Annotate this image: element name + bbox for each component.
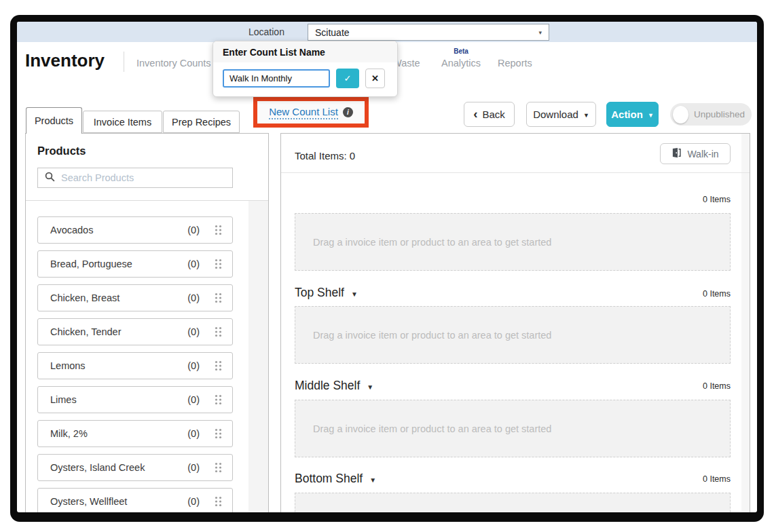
new-count-list-link[interactable]: New Count List <box>269 106 338 119</box>
product-item[interactable]: Oysters, Island Creek (0) <box>37 454 233 481</box>
product-count: (0) <box>187 225 200 235</box>
drop-zone-bottom-shelf[interactable]: Drag a invoice item or product to an are… <box>295 493 731 512</box>
drop-hint-text: Drag a invoice item or product to an are… <box>313 330 551 341</box>
drag-handle-icon[interactable] <box>215 462 222 473</box>
product-count: (0) <box>187 462 200 473</box>
section-name: Middle Shelf <box>295 379 360 393</box>
app-screen: Location Scituate ▾ Inventory Inventory … <box>17 22 757 512</box>
info-icon[interactable]: i <box>343 107 353 117</box>
product-item[interactable]: Oysters, Wellfleet (0) <box>37 488 233 512</box>
drag-handle-icon[interactable] <box>215 225 222 235</box>
product-name: Lemons <box>50 360 172 371</box>
nav-item-analytics[interactable]: Beta Analytics <box>441 58 481 69</box>
publish-toggle-label: Unpublished <box>694 109 745 119</box>
drag-handle-icon[interactable] <box>215 292 222 303</box>
annotation-highlight-box: New Count List i <box>253 97 369 128</box>
window-frame: Location Scituate ▾ Inventory Inventory … <box>10 15 764 522</box>
popup-title: Enter Count List Name <box>213 41 397 62</box>
product-count: (0) <box>187 394 200 405</box>
product-count: (0) <box>187 360 200 371</box>
count-list-name-popup: Enter Count List Name ✓ ✕ <box>213 41 398 97</box>
check-icon: ✓ <box>344 73 352 83</box>
product-count: (0) <box>187 428 200 439</box>
product-name: Chicken, Tender <box>50 326 172 337</box>
drop-zone-default[interactable]: Drag a invoice item or product to an are… <box>295 213 731 271</box>
left-panel-scrollbar[interactable] <box>248 201 268 512</box>
default-section-count: 0 Items <box>703 195 731 204</box>
search-icon <box>45 172 55 185</box>
publish-toggle[interactable]: Unpublished <box>670 103 752 126</box>
search-input[interactable] <box>61 172 225 183</box>
product-name: Bread, Portuguese <box>50 259 172 269</box>
product-name: Milk, 2% <box>50 428 172 439</box>
drop-hint-text: Drag a invoice item or product to an are… <box>313 237 551 248</box>
right-panel-scrollbar[interactable] <box>741 134 750 512</box>
drag-handle-icon[interactable] <box>215 360 222 371</box>
tab-invoice-items[interactable]: Invoice Items <box>83 111 162 133</box>
drag-handle-icon[interactable] <box>215 496 222 507</box>
back-button[interactable]: ‹ Back <box>464 102 515 127</box>
section-header-middle-shelf[interactable]: Middle Shelf ▼ <box>295 379 373 393</box>
location-label: Location <box>248 26 284 37</box>
section-header-bottom-shelf[interactable]: Bottom Shelf ▼ <box>295 472 376 486</box>
product-item[interactable]: Lemons (0) <box>37 352 233 379</box>
action-button[interactable]: Action ▼ <box>606 102 659 127</box>
confirm-button[interactable]: ✓ <box>336 69 359 88</box>
panel-divider <box>26 200 268 201</box>
cancel-button[interactable]: ✕ <box>365 69 385 88</box>
beta-badge: Beta <box>454 48 468 55</box>
product-item[interactable]: Milk, 2% (0) <box>37 420 233 447</box>
drop-zone-top-shelf[interactable]: Drag a invoice item or product to an are… <box>295 306 731 364</box>
tab-prep-recipes[interactable]: Prep Recipes <box>163 111 240 133</box>
popup-body: ✓ ✕ <box>213 62 397 96</box>
product-item[interactable]: Bread, Portuguese (0) <box>37 250 233 278</box>
chevron-left-icon: ‹ <box>473 107 477 120</box>
product-item[interactable]: Avocados (0) <box>37 216 233 244</box>
product-count: (0) <box>187 326 200 337</box>
section-count: 0 Items <box>703 289 731 299</box>
walk-in-button-label: Walk-in <box>687 149 718 159</box>
drop-zone-middle-shelf[interactable]: Drag a invoice item or product to an are… <box>295 400 731 457</box>
section-count: 0 Items <box>703 381 731 391</box>
product-item[interactable]: Chicken, Tender (0) <box>37 318 233 345</box>
tab-invoice-items-label: Invoice Items <box>94 117 151 128</box>
nav-item-reports[interactable]: Reports <box>498 58 532 69</box>
product-name: Oysters, Wellfleet <box>50 496 172 507</box>
product-item[interactable]: Limes (0) <box>37 386 233 413</box>
product-name: Limes <box>50 394 172 405</box>
product-item[interactable]: Chicken, Breast (0) <box>37 284 233 311</box>
chevron-down-icon: ▼ <box>369 476 376 484</box>
count-list-name-input[interactable] <box>223 69 330 88</box>
section-name: Top Shelf <box>295 286 344 300</box>
products-panel-title: Products <box>37 145 86 157</box>
panel-divider <box>281 172 750 173</box>
drag-handle-icon[interactable] <box>215 394 222 405</box>
drag-handle-icon[interactable] <box>215 428 222 439</box>
product-name: Oysters, Island Creek <box>50 462 172 473</box>
nav-item-inventory-counts[interactable]: Inventory Counts <box>136 58 211 69</box>
location-select[interactable]: Scituate ▾ <box>308 24 549 41</box>
product-name: Avocados <box>50 225 172 235</box>
page-title: Inventory <box>25 50 105 71</box>
product-count: (0) <box>187 292 200 303</box>
location-bar: Location Scituate ▾ <box>17 22 757 42</box>
header-divider <box>124 52 124 72</box>
drag-handle-icon[interactable] <box>215 259 222 269</box>
product-name: Chicken, Breast <box>50 292 172 303</box>
door-icon <box>671 147 682 160</box>
product-count: (0) <box>187 259 200 269</box>
section-name: Bottom Shelf <box>295 472 363 486</box>
screenshot-page: Location Scituate ▾ Inventory Inventory … <box>0 0 774 532</box>
drag-handle-icon[interactable] <box>215 326 222 337</box>
count-list-panel: Total Items: 0 Walk-in 0 Items Drag a in… <box>280 133 750 512</box>
tab-prep-recipes-label: Prep Recipes <box>172 117 231 128</box>
x-icon: ✕ <box>371 73 379 83</box>
walk-in-button[interactable]: Walk-in <box>660 143 731 164</box>
search-box <box>37 168 233 188</box>
download-button[interactable]: Download ▼ <box>526 102 596 127</box>
action-button-label: Action <box>611 109 643 120</box>
chevron-down-icon: ▼ <box>351 290 358 298</box>
section-header-top-shelf[interactable]: Top Shelf ▼ <box>295 286 358 300</box>
chevron-down-icon: ▼ <box>648 112 654 119</box>
tab-products[interactable]: Products <box>26 107 82 134</box>
